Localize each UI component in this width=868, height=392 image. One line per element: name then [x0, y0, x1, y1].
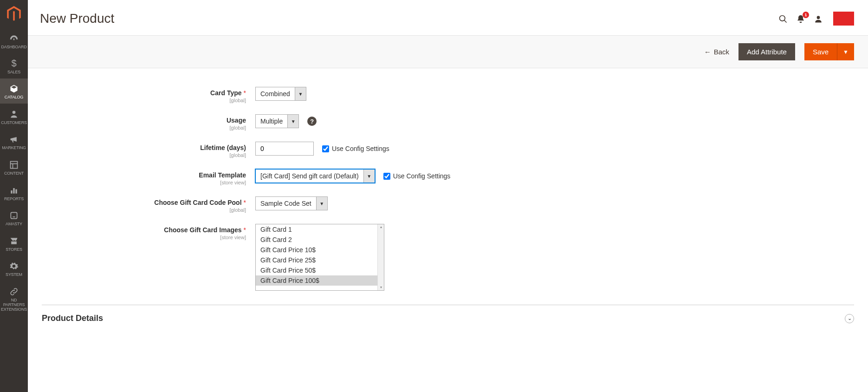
- chart-icon: [1, 184, 27, 195]
- lifetime-label: Lifetime (days): [200, 144, 246, 151]
- chevron-down-icon: ▼: [295, 87, 306, 100]
- use-config-label: Use Config Settings: [332, 145, 389, 152]
- nav-reports[interactable]: REPORTS: [0, 180, 28, 205]
- svg-rect-7: [11, 213, 17, 219]
- layout-icon: [1, 159, 27, 170]
- required-marker: *: [244, 89, 246, 97]
- images-listbox[interactable]: Gift Card 1 Gift Card 2 Gift Card Price …: [255, 224, 384, 291]
- svg-line-9: [784, 20, 787, 23]
- usage-scope: [global]: [42, 125, 246, 131]
- nav-label: STORES: [6, 247, 22, 252]
- email-template-label: Email Template: [199, 171, 246, 179]
- email-template-select[interactable]: [Gift Card] Send gift card (Default) ▼: [255, 169, 375, 183]
- help-icon[interactable]: ?: [307, 117, 317, 126]
- required-marker: *: [244, 226, 246, 234]
- card-type-select[interactable]: Combined ▼: [255, 87, 306, 101]
- search-icon[interactable]: [778, 13, 788, 24]
- usage-select[interactable]: Multiple ▼: [255, 114, 299, 128]
- list-item[interactable]: Gift Card Price 50$: [256, 265, 384, 275]
- nav-system[interactable]: SYSTEM: [0, 256, 28, 281]
- user-icon[interactable]: [814, 13, 823, 24]
- amasty-icon: [1, 210, 27, 221]
- page-title: New Product: [40, 11, 778, 26]
- save-button-group: Save ▼: [804, 43, 854, 60]
- person-icon: [1, 108, 27, 119]
- nav-label: DASHBOARD: [1, 45, 26, 49]
- chevron-down-icon: ▼: [316, 197, 327, 210]
- email-template-scope: [store view]: [42, 180, 246, 185]
- back-button[interactable]: ←Back: [704, 48, 729, 56]
- add-attribute-button[interactable]: Add Attribute: [738, 43, 795, 60]
- svg-point-10: [817, 16, 820, 20]
- lifetime-input[interactable]: [255, 142, 314, 156]
- notification-badge: 1: [803, 12, 809, 18]
- nav-marketing[interactable]: MARKETING: [0, 129, 28, 155]
- nav-content[interactable]: CONTENT: [0, 154, 28, 180]
- nav-label: CUSTOMERS: [1, 120, 27, 125]
- lifetime-use-config[interactable]: Use Config Settings: [322, 145, 389, 152]
- nav-catalog[interactable]: CATALOG: [0, 78, 28, 104]
- magento-logo[interactable]: [0, 0, 28, 28]
- email-template-value: [Gift Card] Send gift card (Default): [256, 170, 363, 183]
- admin-sidebar: DASHBOARD $SALES CATALOG CUSTOMERS MARKE…: [0, 0, 28, 392]
- code-pool-label: Choose Gift Card Code Pool: [154, 199, 241, 206]
- megaphone-icon: [1, 134, 27, 144]
- list-item[interactable]: Gift Card Price 100$: [256, 275, 384, 286]
- code-pool-value: Sample Code Set: [256, 197, 316, 210]
- svg-point-0: [13, 111, 16, 114]
- lifetime-scope: [global]: [42, 152, 246, 158]
- list-item[interactable]: Gift Card 1: [256, 224, 384, 235]
- scroll-down-icon[interactable]: ▾: [378, 285, 384, 290]
- svg-rect-1: [11, 162, 18, 169]
- code-pool-scope: [global]: [42, 207, 246, 213]
- svg-rect-4: [11, 190, 12, 194]
- required-marker: *: [244, 199, 246, 206]
- notifications-icon[interactable]: 1: [796, 13, 805, 24]
- use-config-label: Use Config Settings: [393, 172, 451, 180]
- card-type-label: Card Type: [210, 89, 241, 97]
- usage-label: Usage: [227, 117, 246, 124]
- images-label: Choose Gift Card Images: [164, 226, 241, 234]
- nav-sales[interactable]: $SALES: [0, 53, 28, 78]
- nav-stores[interactable]: STORES: [0, 230, 28, 256]
- cube-icon: [1, 83, 27, 94]
- svg-rect-5: [13, 188, 14, 194]
- nav-dashboard[interactable]: DASHBOARD: [0, 28, 28, 53]
- user-menu[interactable]: [833, 12, 854, 26]
- email-template-use-config-checkbox[interactable]: [383, 173, 390, 180]
- lifetime-use-config-checkbox[interactable]: [322, 145, 329, 152]
- arrow-left-icon: ←: [704, 48, 711, 56]
- svg-point-8: [780, 16, 785, 21]
- list-item[interactable]: Gift Card Price 10$: [256, 245, 384, 255]
- nav-label: REPORTS: [4, 196, 24, 201]
- images-scope: [store view]: [42, 235, 246, 240]
- nav-customers[interactable]: CUSTOMERS: [0, 104, 28, 129]
- store-icon: [1, 235, 27, 246]
- save-dropdown-toggle[interactable]: ▼: [837, 43, 854, 60]
- code-pool-select[interactable]: Sample Code Set ▼: [255, 196, 328, 210]
- dollar-icon: $: [1, 58, 27, 68]
- nav-label: SYSTEM: [6, 272, 22, 277]
- nav-label: CONTENT: [4, 171, 24, 176]
- nav-label: SALES: [7, 70, 20, 74]
- list-item[interactable]: Gift Card 2: [256, 235, 384, 245]
- product-details-section: Product Details: [42, 314, 103, 323]
- chevron-down-icon: ▼: [287, 115, 298, 128]
- scroll-up-icon[interactable]: ▴: [378, 224, 384, 230]
- nav-label: AMASTY: [6, 222, 22, 226]
- email-template-use-config[interactable]: Use Config Settings: [383, 172, 451, 180]
- card-type-value: Combined: [256, 87, 295, 100]
- svg-rect-6: [15, 189, 17, 193]
- action-toolbar: ←Back Add Attribute Save ▼: [28, 35, 868, 68]
- save-button[interactable]: Save: [804, 43, 837, 60]
- gear-icon: [1, 261, 27, 271]
- nav-label: CATALOG: [5, 95, 23, 99]
- scrollbar[interactable]: ▴ ▾: [377, 224, 384, 290]
- collapse-toggle[interactable]: ⌄: [845, 314, 854, 323]
- list-item[interactable]: Gift Card Price 25$: [256, 255, 384, 265]
- nav-partners[interactable]: ND PARTNERS EXTENSIONS: [0, 281, 28, 315]
- nav-amasty[interactable]: AMASTY: [0, 205, 28, 231]
- usage-value: Multiple: [256, 115, 287, 128]
- chevron-down-icon: ⌄: [848, 315, 852, 321]
- link-icon: [1, 286, 27, 296]
